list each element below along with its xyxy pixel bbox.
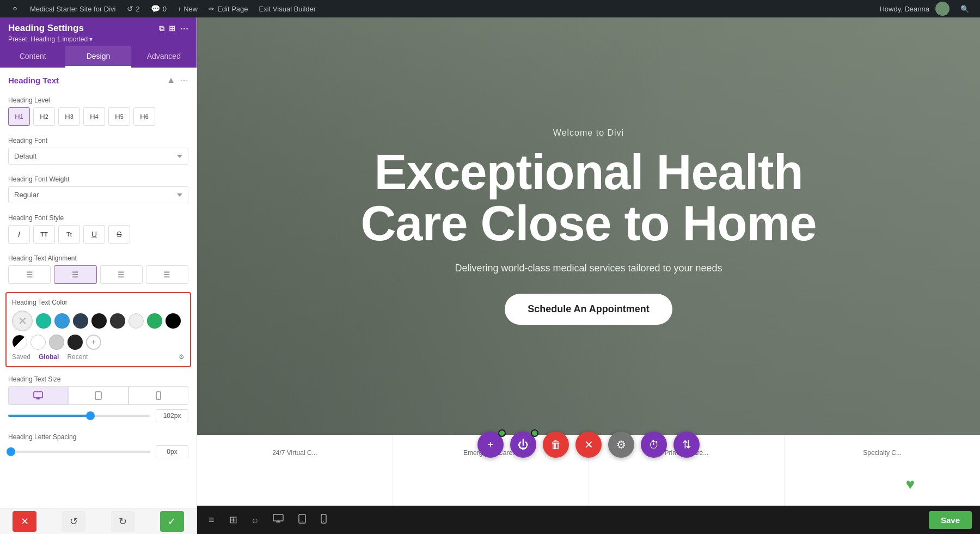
heading-text-size-slider-row: 102px — [8, 409, 188, 422]
more-options-icon[interactable]: ⋯ — [180, 23, 188, 34]
grid-icon[interactable]: ⊞ — [169, 24, 175, 33]
color-add-button[interactable]: + — [86, 335, 101, 350]
heading-font-select[interactable]: Default Arial Georgia Roboto — [8, 148, 188, 165]
panel-content: Heading Text ▲ ⋯ Heading Level H1 H2 H3 … — [0, 68, 197, 508]
heading-text-size-input[interactable]: 102px — [156, 409, 188, 422]
heading-text-color-section: Heading Text Color ✕ — [5, 292, 191, 367]
heading-text-size-row: Heading Text Size — [0, 370, 197, 428]
color-swatch-dark1[interactable] — [73, 313, 88, 329]
color-swatch-lightgray[interactable] — [128, 313, 144, 329]
font-style-underline[interactable]: U — [83, 225, 105, 244]
color-swatch-black1[interactable] — [91, 313, 107, 329]
undo-button[interactable]: ↺ — [62, 511, 85, 532]
redo-button[interactable]: ↻ — [111, 511, 135, 532]
svg-point-7 — [302, 521, 302, 521]
font-style-uppercase[interactable]: TT — [33, 225, 55, 244]
revisions-item[interactable]: ↺ 2 — [121, 0, 145, 17]
color-swatches-row1: ✕ — [12, 311, 185, 331]
font-style-capitalize[interactable]: Tt — [58, 225, 80, 244]
color-settings-icon[interactable]: ⚙ — [179, 353, 185, 361]
heading-level-group: H1 H2 H3 H4 H5 H6 — [8, 107, 188, 126]
save-button[interactable]: Save — [929, 511, 972, 529]
hero-cta-button[interactable]: Schedule An Appointment — [505, 294, 672, 325]
tab-content[interactable]: Content — [0, 46, 65, 68]
heading-level-h1[interactable]: H1 — [8, 107, 30, 126]
builder-desktop-icon[interactable] — [270, 511, 287, 529]
active-color-swatch[interactable]: ✕ — [12, 311, 33, 331]
align-left[interactable]: ☰ — [8, 265, 51, 284]
color-swatch-charcoal[interactable] — [110, 313, 125, 329]
align-justify[interactable]: ☰ — [146, 265, 188, 284]
color-swatch-nearblack[interactable] — [68, 335, 83, 350]
size-device-tablet[interactable] — [68, 386, 128, 405]
color-swatch-gray[interactable] — [49, 335, 64, 350]
heading-letter-spacing-track[interactable] — [8, 451, 150, 453]
heading-text-size-track[interactable] — [8, 415, 150, 417]
section-more-icon[interactable]: ⋯ — [180, 75, 188, 86]
fab-settings-button[interactable]: ⚙ — [608, 432, 634, 458]
panel-preset[interactable]: Preset: Heading 1 imported ▾ — [8, 35, 188, 43]
color-swatch-green2[interactable] — [147, 313, 162, 329]
wp-logo-item[interactable]: ⚬ — [5, 0, 24, 17]
fab-power-wrapper: ⏻ — [510, 432, 536, 458]
color-tab-recent[interactable]: Recent — [67, 353, 88, 361]
heart-icon: ♥ — [905, 476, 915, 493]
heading-font-label: Heading Font — [8, 137, 188, 144]
hero-title: Exceptional Health Care Close to Home — [344, 147, 834, 250]
heading-font-row: Heading Font Default Arial Georgia Robot… — [0, 131, 197, 170]
builder-tablet-icon[interactable] — [295, 511, 309, 530]
fab-power-badge — [531, 429, 538, 437]
tab-advanced[interactable]: Advanced — [131, 46, 197, 68]
heading-font-weight-select[interactable]: Regular Bold Light — [8, 186, 188, 203]
duplicate-icon[interactable]: ⧉ — [159, 24, 164, 33]
tab-design[interactable]: Design — [65, 46, 131, 68]
color-swatch-green1[interactable] — [36, 313, 51, 329]
size-device-desktop[interactable] — [8, 386, 68, 405]
color-tab-global[interactable]: Global — [39, 353, 59, 361]
fab-trash-button[interactable]: 🗑 — [543, 432, 569, 458]
color-swatch-black2[interactable] — [166, 313, 181, 329]
fab-sort-button[interactable]: ⇅ — [673, 432, 700, 458]
color-tab-saved[interactable]: Saved — [12, 353, 30, 361]
card-specialty: Specialty C... — [785, 435, 980, 506]
heading-level-h4[interactable]: H4 — [83, 107, 105, 126]
heading-level-h2[interactable]: H2 — [33, 107, 55, 126]
fab-group: + ⏻ 🗑 ✕ ⚙ ⏱ ⇅ — [477, 432, 700, 458]
align-center[interactable]: ☰ — [54, 265, 96, 284]
heading-level-label: Heading Level — [8, 96, 188, 104]
site-name-item[interactable]: Medical Starter Site for Divi — [24, 0, 121, 17]
color-swatch-blue1[interactable] — [54, 313, 70, 329]
heading-level-h5[interactable]: H5 — [108, 107, 130, 126]
color-swatch-white[interactable] — [30, 335, 46, 350]
color-tabs-row: Saved Global Recent ⚙ — [12, 353, 185, 361]
builder-hamburger-icon[interactable]: ≡ — [205, 511, 218, 529]
size-device-mobile[interactable] — [128, 386, 188, 405]
fab-clock-button[interactable]: ⏱ — [641, 432, 667, 458]
edit-page-item[interactable]: ✏ Edit Page — [203, 0, 253, 17]
fab-close-button[interactable]: ✕ — [575, 432, 602, 458]
heading-level-h3[interactable]: H3 — [58, 107, 80, 126]
heading-font-style-row: Heading Font Style I TT Tt U S — [0, 209, 197, 249]
section-collapse-icon[interactable]: ▲ — [167, 75, 175, 86]
heading-letter-spacing-input[interactable]: 0px — [156, 445, 188, 458]
font-style-strikethrough[interactable]: S — [108, 225, 130, 244]
builder-search-icon[interactable]: ⌕ — [249, 511, 261, 529]
confirm-button[interactable]: ✓ — [160, 511, 184, 532]
cancel-button[interactable]: ✕ — [13, 511, 36, 532]
howdy-item[interactable]: Howdy, Deanna — [874, 0, 955, 17]
admin-search-item[interactable]: 🔍 — [955, 0, 975, 17]
comments-item[interactable]: 💬 0 — [145, 0, 172, 17]
exit-builder-label: Exit Visual Builder — [259, 5, 316, 13]
color-swatch-halfhalf[interactable] — [12, 335, 27, 350]
svg-point-9 — [323, 521, 323, 521]
builder-mobile-icon[interactable] — [317, 511, 330, 530]
svg-point-2 — [98, 398, 99, 398]
font-style-italic[interactable]: I — [8, 225, 30, 244]
exit-builder-item[interactable]: Exit Visual Builder — [254, 0, 322, 17]
new-item[interactable]: + New — [172, 0, 203, 17]
align-right[interactable]: ☰ — [100, 265, 143, 284]
builder-grid-icon[interactable]: ⊞ — [226, 511, 241, 529]
heading-level-h6[interactable]: H6 — [133, 107, 155, 126]
color-swatches-row2: + — [12, 335, 185, 350]
wp-logo-icon: ⚬ — [11, 3, 19, 15]
